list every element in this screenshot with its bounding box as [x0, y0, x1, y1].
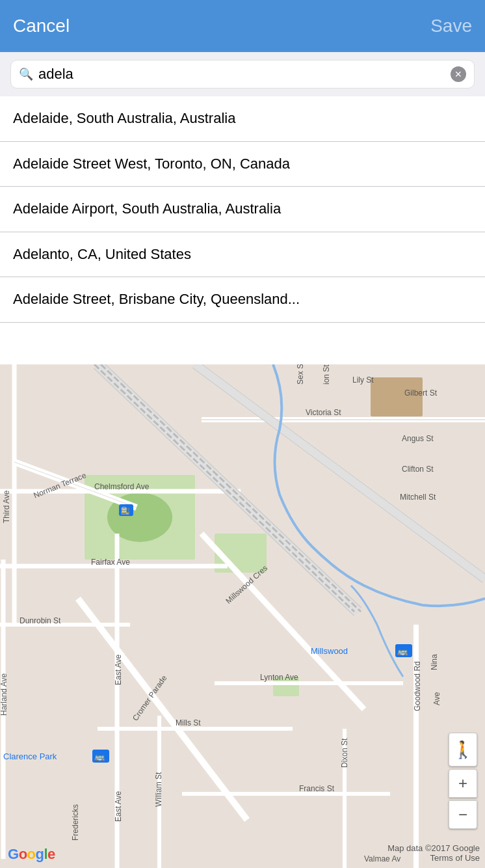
google-logo-text: o	[27, 846, 36, 862]
search-bar: 🔍 ✕	[0, 52, 485, 96]
suggestions-list: Adelaide, South Australia, Australia Ade…	[0, 96, 485, 323]
svg-text:🚌: 🚌	[94, 751, 105, 762]
svg-text:East Ave: East Ave	[114, 655, 123, 685]
svg-text:Clifton St: Clifton St	[402, 465, 434, 474]
svg-text:Nina: Nina	[430, 654, 439, 670]
save-button[interactable]: Save	[430, 16, 472, 36]
zoom-in-button[interactable]: +	[449, 769, 477, 798]
svg-text:Mitchell St: Mitchell St	[400, 493, 436, 502]
svg-text:William St: William St	[154, 772, 163, 807]
svg-text:Harland Ave: Harland Ave	[0, 673, 8, 716]
svg-text:Victoria St: Victoria St	[306, 408, 341, 417]
svg-text:Third Ave: Third Ave	[2, 490, 11, 523]
svg-text:Angus St: Angus St	[402, 434, 434, 443]
suggestion-item[interactable]: Adelaide, South Australia, Australia	[0, 96, 485, 142]
svg-text:🚉: 🚉	[121, 506, 130, 515]
svg-text:🚌: 🚌	[397, 645, 408, 657]
map-data-credit: Map data ©2017 Google	[387, 843, 480, 853]
map-controls: 🚶 + −	[449, 733, 477, 829]
svg-text:Dixon St: Dixon St	[340, 738, 349, 768]
google-logo-text: G	[8, 846, 19, 862]
svg-text:Mills St: Mills St	[176, 718, 201, 727]
cancel-button[interactable]: Cancel	[13, 16, 70, 36]
suggestion-item[interactable]: Adelanto, CA, United States	[0, 232, 485, 278]
svg-text:Dunrobin St: Dunrobin St	[20, 616, 61, 625]
search-input[interactable]	[38, 66, 445, 83]
pegman-button[interactable]: 🚶	[449, 733, 477, 766]
svg-text:Fredericks: Fredericks	[71, 804, 80, 841]
google-logo-text: g	[36, 846, 44, 862]
svg-text:Lynton Ave: Lynton Ave	[260, 673, 298, 682]
suggestion-item[interactable]: Adelaide Street West, Toronto, ON, Canad…	[0, 142, 485, 187]
svg-text:East Ave: East Ave	[114, 791, 123, 822]
svg-text:Clarence Park: Clarence Park	[3, 752, 57, 761]
search-icon: 🔍	[19, 67, 33, 81]
svg-text:Ave: Ave	[432, 692, 441, 705]
map-footer: Map data ©2017 Google Terms of Use	[387, 843, 480, 863]
svg-text:Millswood: Millswood	[311, 646, 348, 656]
terms-of-use-link[interactable]: Terms of Use	[387, 853, 480, 863]
svg-text:Goodwood Rd: Goodwood Rd	[413, 661, 422, 711]
svg-text:Fairfax Ave: Fairfax Ave	[91, 558, 130, 567]
google-logo-text: o	[19, 846, 27, 862]
google-logo-text: e	[47, 846, 55, 862]
svg-text:ion St S: ion St S	[322, 364, 331, 385]
search-input-wrapper: 🔍 ✕	[10, 60, 475, 88]
header: Cancel Save	[0, 0, 485, 52]
svg-text:Francis St: Francis St	[299, 784, 335, 793]
map-view[interactable]: Victoria St Gilbert St Angus St Clifton …	[0, 364, 485, 868]
svg-text:Chelmsford Ave: Chelmsford Ave	[94, 482, 150, 491]
suggestion-item[interactable]: Adelaide Street, Brisbane City, Queensla…	[0, 277, 485, 322]
svg-text:Sex St S: Sex St S	[296, 364, 305, 385]
svg-text:Lily St: Lily St	[352, 375, 374, 385]
clear-input-button[interactable]: ✕	[451, 66, 466, 82]
zoom-out-button[interactable]: −	[449, 800, 477, 829]
google-logo: Google	[8, 846, 55, 863]
suggestion-item[interactable]: Adelaide Airport, South Australia, Austr…	[0, 187, 485, 232]
pegman-icon: 🚶	[452, 740, 473, 760]
svg-text:Gilbert St: Gilbert St	[404, 388, 438, 398]
